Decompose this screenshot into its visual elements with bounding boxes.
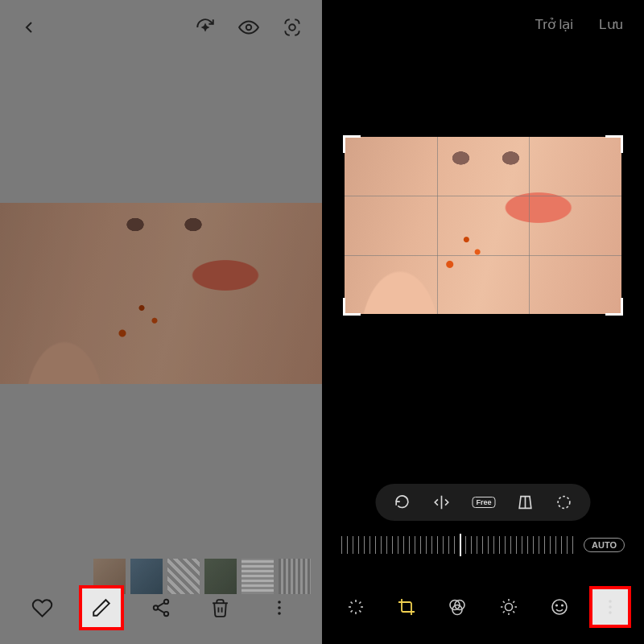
svg-point-2: [289, 24, 295, 31]
svg-point-10: [278, 601, 281, 604]
save-link[interactable]: Lưu: [599, 16, 623, 33]
svg-point-37: [556, 605, 558, 606]
svg-marker-0: [203, 25, 208, 31]
svg-point-1: [246, 25, 252, 31]
auto-enhance-button[interactable]: [335, 586, 377, 628]
svg-point-38: [562, 605, 564, 606]
crop-handle-tl[interactable]: [343, 135, 361, 153]
svg-line-20: [350, 602, 352, 604]
svg-point-12: [278, 612, 281, 615]
svg-line-22: [350, 610, 352, 612]
svg-line-35: [513, 601, 514, 603]
auto-straighten-button[interactable]: AUTO: [584, 538, 625, 552]
editor-more-button[interactable]: [589, 586, 631, 628]
back-link[interactable]: Trở lại: [535, 16, 573, 33]
svg-line-6: [158, 603, 164, 607]
viewer-top-bar: [0, 0, 322, 55]
perspective-icon[interactable]: [517, 493, 535, 511]
crop-handle-bl[interactable]: [343, 298, 361, 316]
svg-point-4: [154, 605, 158, 609]
brightness-tab-button[interactable]: [488, 586, 530, 628]
svg-point-11: [278, 606, 281, 609]
viewer-bottom-bar: [0, 572, 322, 644]
aspect-free-button[interactable]: Free: [472, 497, 495, 508]
svg-line-33: [513, 611, 514, 613]
eye-icon[interactable]: [238, 17, 259, 38]
svg-point-36: [552, 600, 567, 614]
crop-tab-button[interactable]: [386, 586, 427, 628]
lasso-icon[interactable]: [555, 493, 573, 511]
svg-point-27: [505, 604, 512, 611]
svg-point-40: [609, 605, 612, 609]
svg-line-21: [359, 610, 361, 612]
delete-button[interactable]: [198, 585, 243, 630]
favorite-button[interactable]: [20, 585, 65, 630]
more-button[interactable]: [257, 585, 302, 630]
crop-handle-tr[interactable]: [605, 135, 623, 153]
svg-point-15: [558, 497, 570, 509]
back-icon[interactable]: [19, 18, 39, 37]
main-photo[interactable]: [0, 203, 322, 384]
stickers-tab-button[interactable]: [539, 586, 580, 628]
share-button[interactable]: [138, 585, 184, 630]
svg-point-3: [164, 600, 168, 604]
gallery-viewer-panel: [0, 0, 322, 644]
svg-line-23: [359, 602, 361, 604]
svg-line-32: [503, 601, 505, 603]
photo-editor-panel: Trở lại Lưu Free: [322, 0, 644, 644]
crop-handle-br[interactable]: [605, 298, 623, 316]
crop-canvas[interactable]: [345, 137, 621, 314]
bixby-vision-icon[interactable]: [282, 17, 303, 38]
editor-top-bar: Trở lại Lưu: [322, 0, 644, 48]
rotation-ruler[interactable]: AUTO: [341, 533, 625, 557]
editor-bottom-bar: [322, 570, 644, 644]
rotate-icon[interactable]: [393, 493, 411, 511]
filters-tab-button[interactable]: [436, 586, 478, 628]
remaster-icon[interactable]: [195, 17, 216, 38]
svg-point-39: [609, 600, 612, 603]
crop-tool-pill: Free: [375, 484, 590, 521]
edit-button[interactable]: [79, 585, 124, 630]
svg-point-5: [164, 612, 168, 616]
svg-line-34: [503, 611, 505, 613]
svg-line-7: [158, 609, 164, 613]
flip-icon[interactable]: [431, 493, 451, 511]
svg-point-41: [609, 611, 612, 614]
